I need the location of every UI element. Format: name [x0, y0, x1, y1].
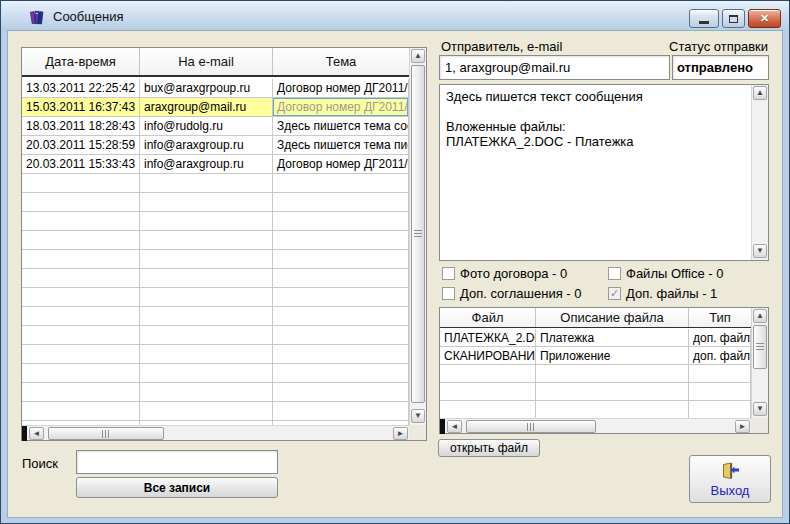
file-row-empty[interactable]: [440, 383, 751, 401]
cell-empty: [140, 383, 273, 402]
table-row-empty[interactable]: [22, 231, 409, 250]
table-row[interactable]: 13.03.2011 22:25:42bux@araxgrpoup.ruДого…: [22, 79, 409, 98]
scrollbar-corner: [751, 418, 768, 433]
table-row-empty[interactable]: [22, 326, 409, 345]
cell-empty: [440, 401, 536, 418]
checkbox-label: Фото договора - 0: [460, 266, 567, 281]
column-header-file[interactable]: Файл: [440, 308, 536, 327]
sender-input[interactable]: [439, 55, 670, 80]
column-header-email[interactable]: На e-mail: [140, 48, 273, 75]
cell-empty: [22, 174, 140, 193]
cell-email[interactable]: info@rudolg.ru: [140, 117, 273, 136]
cell-datetime[interactable]: 13.03.2011 22:25:42: [22, 79, 140, 98]
file-row-empty[interactable]: [440, 365, 751, 383]
files-vscrollbar[interactable]: ▲ ▼: [751, 308, 768, 418]
scroll-right-icon[interactable]: ►: [735, 420, 750, 433]
table-row-empty[interactable]: [22, 383, 409, 402]
all-records-button[interactable]: Все записи: [76, 477, 278, 498]
column-header-description[interactable]: Описание файла: [536, 308, 689, 327]
cell-subject[interactable]: Договор номер ДГ2011/3 от: [273, 98, 409, 117]
cell-file[interactable]: СКАНИРОВАНИЕ(: [440, 347, 536, 365]
table-row-empty[interactable]: [22, 250, 409, 269]
cell-description[interactable]: Платежка: [536, 329, 689, 347]
checkbox-icon[interactable]: [608, 267, 621, 280]
table-row[interactable]: 20.03.2011 15:28:59info@araxgroup.ruЗдес…: [22, 136, 409, 155]
table-row-empty[interactable]: [22, 212, 409, 231]
vscroll-thumb[interactable]: [411, 65, 425, 403]
cell-empty: [140, 231, 273, 250]
file-row-empty[interactable]: [440, 401, 751, 418]
cell-datetime[interactable]: 20.03.2011 15:33:43: [22, 155, 140, 174]
column-header-subject[interactable]: Тема: [273, 48, 409, 75]
scroll-down-icon[interactable]: ▼: [411, 409, 425, 423]
cell-empty: [22, 402, 140, 421]
cell-description[interactable]: Приложение: [536, 347, 689, 365]
cell-type[interactable]: доп. файл: [689, 347, 751, 365]
scroll-down-icon[interactable]: ▼: [753, 244, 767, 258]
messages-vscrollbar[interactable]: ▲ ▼: [409, 48, 426, 425]
cell-email[interactable]: info@araxgroup.ru: [140, 155, 273, 174]
scroll-up-icon[interactable]: ▲: [753, 309, 767, 323]
cell-empty: [22, 231, 140, 250]
search-input[interactable]: [76, 450, 278, 474]
cell-empty: [22, 193, 140, 212]
files-hscrollbar[interactable]: ◄ ►: [440, 418, 751, 433]
message-body[interactable]: Здесь пишется текст сообщения Вложенные …: [439, 84, 769, 261]
table-row-empty[interactable]: [22, 193, 409, 212]
table-row-empty[interactable]: [22, 345, 409, 364]
cell-datetime[interactable]: 18.03.2011 18:28:43: [22, 117, 140, 136]
scroll-left-icon[interactable]: ◄: [447, 420, 462, 433]
table-row-empty[interactable]: [22, 174, 409, 193]
messages-table: Дата-время На e-mail Тема 13.03.2011 22:…: [21, 47, 427, 441]
cell-datetime[interactable]: 20.03.2011 15:28:59: [22, 136, 140, 155]
column-header-datetime[interactable]: Дата-время: [22, 48, 140, 75]
cell-empty: [22, 307, 140, 326]
minimize-button[interactable]: [689, 9, 719, 28]
checkbox-item[interactable]: Фото договора - 0: [439, 263, 605, 283]
files-table-body: ПЛАТЕЖКА_2.DOПлатежкадоп. файлСКАНИРОВАН…: [440, 329, 751, 418]
checkbox-item[interactable]: Файлы Office - 0: [605, 263, 769, 283]
checkbox-item[interactable]: Доп. соглашения - 0: [439, 283, 605, 303]
close-button[interactable]: ✕: [748, 9, 781, 28]
cell-subject[interactable]: Договор номер ДГ2011/4 от: [273, 155, 409, 174]
scroll-up-icon[interactable]: ▲: [411, 49, 425, 63]
cell-email[interactable]: bux@araxgrpoup.ru: [140, 79, 273, 98]
open-file-button[interactable]: открыть файл: [438, 439, 540, 457]
hscroll-thumb[interactable]: [48, 427, 164, 440]
messages-hscrollbar[interactable]: ◄ ►: [22, 425, 409, 440]
file-row[interactable]: СКАНИРОВАНИЕ(Приложениедоп. файл: [440, 347, 751, 365]
table-row-empty[interactable]: [22, 307, 409, 326]
file-row[interactable]: ПЛАТЕЖКА_2.DOПлатежкадоп. файл: [440, 329, 751, 347]
cell-empty: [273, 383, 409, 402]
checkbox-item[interactable]: ✓Доп. файлы - 1: [605, 283, 769, 303]
vscroll-thumb[interactable]: [753, 325, 767, 369]
exit-button[interactable]: Выход: [689, 455, 771, 503]
cell-subject[interactable]: Здесь пишется тема сообщ: [273, 117, 409, 136]
table-row-empty[interactable]: [22, 402, 409, 421]
column-header-type[interactable]: Тип: [689, 308, 751, 327]
checkbox-checked-icon[interactable]: ✓: [608, 287, 621, 300]
table-row[interactable]: 15.03.2011 16:37:43araxgroup@mail.ruДого…: [22, 98, 409, 117]
cell-file[interactable]: ПЛАТЕЖКА_2.DO: [440, 329, 536, 347]
maximize-button[interactable]: [722, 9, 745, 28]
table-row[interactable]: 18.03.2011 18:28:43info@rudolg.ruЗдесь п…: [22, 117, 409, 136]
checkbox-icon[interactable]: [442, 287, 455, 300]
cell-subject[interactable]: Здесь пишется тема письм: [273, 136, 409, 155]
titlebar[interactable]: Сообщения ✕: [1, 1, 789, 31]
scroll-right-icon[interactable]: ►: [393, 427, 408, 440]
message-vscrollbar[interactable]: ▲ ▼: [751, 85, 768, 260]
cell-email[interactable]: araxgroup@mail.ru: [140, 98, 273, 117]
table-row[interactable]: 20.03.2011 15:33:43info@araxgroup.ruДого…: [22, 155, 409, 174]
cell-email[interactable]: info@araxgroup.ru: [140, 136, 273, 155]
cell-datetime[interactable]: 15.03.2011 16:37:43: [22, 98, 140, 117]
table-row-empty[interactable]: [22, 269, 409, 288]
hscroll-thumb[interactable]: [466, 420, 596, 433]
cell-subject[interactable]: Договор номер ДГ2011/3 от: [273, 79, 409, 98]
scroll-left-icon[interactable]: ◄: [29, 427, 44, 440]
scroll-up-icon[interactable]: ▲: [753, 86, 767, 100]
table-row-empty[interactable]: [22, 364, 409, 383]
scroll-down-icon[interactable]: ▼: [753, 402, 767, 416]
cell-type[interactable]: доп. файл: [689, 329, 751, 347]
table-row-empty[interactable]: [22, 288, 409, 307]
checkbox-icon[interactable]: [442, 267, 455, 280]
